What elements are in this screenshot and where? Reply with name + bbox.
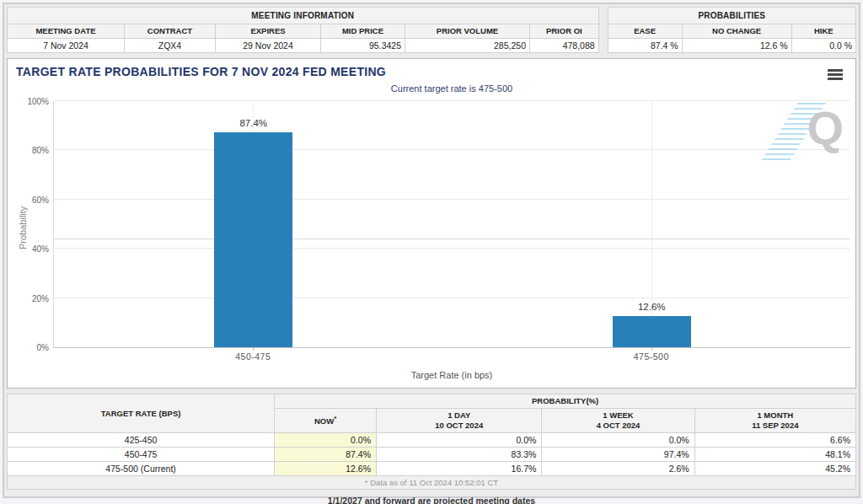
table-header-row: MEETING DATE CONTRACT EXPIRES MID PRICE … <box>8 24 599 39</box>
x-category-450-475: 450-475 <box>235 351 271 362</box>
extra-gridline <box>53 239 850 239</box>
x-axis-title: Target Rate (in bps) <box>53 370 850 380</box>
bar-450-475[interactable]: 87.4% <box>214 132 292 347</box>
chart-title: TARGET RATE PROBABILITIES FOR 7 NOV 2024… <box>16 65 386 78</box>
one-week-cell: 97.4% <box>542 448 694 462</box>
y-tick-0: 0% <box>37 343 49 352</box>
chart-panel: TARGET RATE PROBABILITIES FOR 7 NOV 2024… <box>7 58 856 389</box>
gridline-40 <box>54 248 850 249</box>
now-cell: 87.4% <box>275 448 377 462</box>
y-axis-title: Probability <box>18 152 29 303</box>
y-tick-40: 40% <box>32 244 49 254</box>
probability-group-header: PROBABILITY(%) <box>275 394 856 409</box>
table-row: 87.4 % 12.6 % 0.0 % <box>608 39 855 53</box>
rate-range-cell: 450-475 <box>8 448 275 462</box>
prior-volume-header: PRIOR VOLUME <box>405 24 530 39</box>
table-row: 7 Nov 2024 ZQX4 29 Nov 2024 95.3425 285,… <box>8 39 599 53</box>
no-change-header: NO CHANGE <box>682 24 791 39</box>
meeting-date-header: MEETING DATE <box>8 24 125 39</box>
x-tick-1 <box>253 347 254 351</box>
probabilities-summary-table: PROBABILITIES EASE NO CHANGE HIKE 87.4 %… <box>608 7 856 53</box>
table-row: 475-500 (Current) 12.6% 16.7% 2.6% 45.2% <box>8 462 856 476</box>
target-rate-bps-header: TARGET RATE (BPS) <box>8 394 275 433</box>
one-month-cell: 6.6% <box>694 433 855 448</box>
one-month-date: 11 SEP 2024 <box>752 421 798 430</box>
now-column-header: NOW* <box>275 409 377 433</box>
one-day-date: 10 OCT 2024 <box>435 421 483 430</box>
table-title-row: PROBABILITIES <box>608 8 855 24</box>
fedwatch-page: MEETING INFORMATION MEETING DATE CONTRAC… <box>3 3 860 498</box>
one-week-label: 1 WEEK <box>603 410 633 420</box>
bar-value-label: 87.4% <box>214 118 292 128</box>
expires-header: EXPIRES <box>216 24 321 39</box>
prior-oi-header: PRIOR OI <box>530 24 599 39</box>
contract-value: ZQX4 <box>125 39 216 53</box>
one-day-cell: 16.7% <box>377 462 542 476</box>
gridline-100 <box>54 100 850 101</box>
mid-price-header: MID PRICE <box>321 24 405 39</box>
q-logo-icon: Q <box>807 103 844 153</box>
y-tick-80: 80% <box>32 146 49 155</box>
rate-range-cell: 475-500 (Current) <box>8 462 275 476</box>
meeting-information-table: MEETING INFORMATION MEETING DATE CONTRAC… <box>7 7 599 53</box>
ease-value: 87.4 % <box>608 39 682 53</box>
probability-history-table: TARGET RATE (BPS) PROBABILITY(%) NOW* 1 … <box>7 394 856 490</box>
hike-value: 0.0 % <box>791 39 855 53</box>
one-day-column-header: 1 DAY 10 OCT 2024 <box>377 409 542 433</box>
gridline-20 <box>54 298 850 298</box>
summary-tables-row: MEETING INFORMATION MEETING DATE CONTRAC… <box>7 7 856 53</box>
contract-header: CONTRACT <box>125 24 216 39</box>
now-label: NOW <box>314 417 334 426</box>
mid-price-value: 95.3425 <box>321 39 405 53</box>
now-asterisk: * <box>334 415 336 422</box>
table-header-row: TARGET RATE (BPS) PROBABILITY(%) <box>8 394 856 409</box>
one-week-column-header: 1 WEEK 4 OCT 2024 <box>542 409 694 433</box>
one-day-label: 1 DAY <box>448 410 470 420</box>
one-month-cell: 45.2% <box>694 462 855 476</box>
hamburger-menu-icon[interactable] <box>828 69 843 82</box>
hike-header: HIKE <box>791 24 855 39</box>
table-title-row: MEETING INFORMATION <box>8 8 599 24</box>
x-tick-2 <box>651 347 652 351</box>
one-week-cell: 0.0% <box>542 433 694 448</box>
table-row: 450-475 87.4% 83.3% 97.4% 48.1% <box>8 448 856 462</box>
table-header-row: EASE NO CHANGE HIKE <box>608 24 855 39</box>
no-change-value: 12.6 % <box>682 39 791 53</box>
meeting-date-value: 7 Nov 2024 <box>8 39 125 53</box>
rate-range-cell: 425-450 <box>8 433 275 448</box>
prior-oi-value: 478,088 <box>530 39 599 53</box>
y-tick-100: 100% <box>27 97 49 106</box>
one-week-date: 4 OCT 2024 <box>597 421 641 430</box>
gridline-60 <box>54 199 850 200</box>
ease-header: EASE <box>608 24 682 39</box>
prior-volume-value: 285,250 <box>405 39 530 53</box>
now-cell: 0.0% <box>275 433 377 448</box>
data-as-of-note: * Data as of 11 Oct 2024 10:52:01 CT <box>8 476 856 490</box>
x-category-475-500: 475-500 <box>634 351 669 362</box>
bar-475-500[interactable]: 12.6% <box>613 316 691 347</box>
watermark-hatch <box>762 103 826 160</box>
bar-value-label: 12.6% <box>613 302 691 312</box>
probabilities-title: PROBABILITIES <box>608 8 855 24</box>
one-day-cell: 0.0% <box>377 433 542 448</box>
one-month-cell: 48.1% <box>694 448 855 462</box>
meeting-information-title: MEETING INFORMATION <box>8 8 599 24</box>
one-month-label: 1 MONTH <box>757 410 793 420</box>
gridline-80 <box>54 149 850 150</box>
table-footnote-row: * Data as of 11 Oct 2024 10:52:01 CT <box>8 476 856 490</box>
one-day-cell: 83.3% <box>377 448 542 462</box>
expires-value: 29 Nov 2024 <box>216 39 321 53</box>
projected-dates-note: 1/1/2027 and forward are projected meeti… <box>7 496 856 504</box>
one-month-column-header: 1 MONTH 11 SEP 2024 <box>694 409 855 433</box>
now-cell: 12.6% <box>275 462 377 476</box>
chart-subtitle: Current target rate is 475-500 <box>53 83 850 94</box>
y-tick-60: 60% <box>32 195 49 204</box>
y-tick-20: 20% <box>32 293 49 303</box>
one-week-cell: 2.6% <box>542 462 694 476</box>
plot-area: 0% 20% 40% 60% 80% 100% Q 87.4% 12.6% 45… <box>53 101 850 348</box>
table-row: 425-450 0.0% 0.0% 0.0% 6.6% <box>8 433 856 448</box>
